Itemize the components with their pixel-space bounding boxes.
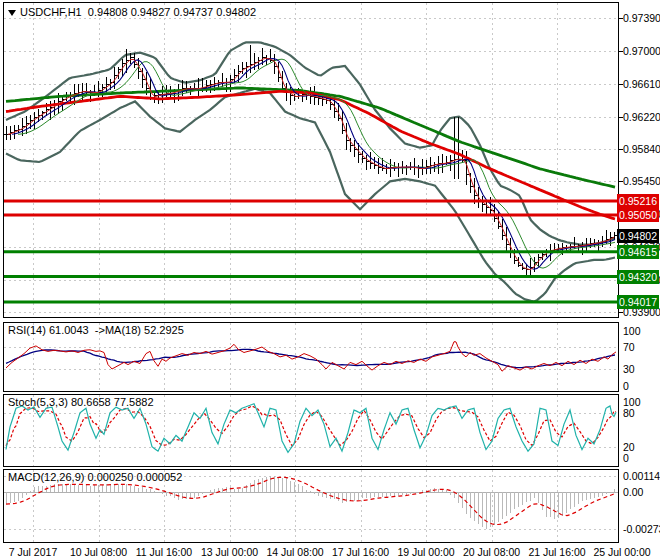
chart-title: USDCHF,H1 0.94808 0.94827 0.94737 0.9480… xyxy=(20,6,256,18)
price-tick-0.95840: 0.95840 xyxy=(623,143,660,155)
time-tick: 17 Jul 16:00 xyxy=(332,546,389,558)
price-tick-0.97390: 0.97390 xyxy=(623,12,660,24)
level-price-label-0.95050: 0.95050 xyxy=(617,208,659,222)
trading-chart-window: USDCHF,H1 0.94808 0.94827 0.94737 0.9480… xyxy=(0,0,660,560)
macd-tick-0.001145: 0.001145 xyxy=(623,470,660,482)
stoch-tick-100: 100 xyxy=(623,396,641,408)
stoch-tick-0: 0 xyxy=(623,452,629,464)
level-price-label-0.94017: 0.94017 xyxy=(617,295,659,309)
macd-indicator-label: MACD(12,26,9) 0.000250 0.000052 xyxy=(8,471,182,483)
rsi-indicator-label: RSI(14) 61.0043 ->MA(18) 52.2925 xyxy=(8,324,184,336)
rsi-tick-100: 100 xyxy=(623,325,641,337)
time-tick: 13 Jul 00:00 xyxy=(201,546,258,558)
stoch-tick-20: 20 xyxy=(623,441,635,453)
time-tick: 11 Jul 16:00 xyxy=(136,546,192,558)
macd-tick--0.002731: -0.002731 xyxy=(623,523,660,535)
price-tick-0.95450: 0.95450 xyxy=(623,175,660,187)
price-tick-0.97000: 0.97000 xyxy=(623,45,660,57)
price-tick-0.96610: 0.96610 xyxy=(623,78,660,90)
rsi-tick-70: 70 xyxy=(623,341,635,353)
stoch-indicator-label: Stoch(5,3,3) 80.6658 77.5882 xyxy=(8,396,154,408)
time-tick: 14 Jul 08:00 xyxy=(266,546,323,558)
time-tick: 10 Jul 08:00 xyxy=(70,546,127,558)
level-price-label-0.94320: 0.94320 xyxy=(617,270,659,284)
time-tick: 21 Jul 16:00 xyxy=(528,546,585,558)
price-tick-0.96220: 0.96220 xyxy=(623,111,660,123)
rsi-tick-30: 30 xyxy=(623,363,635,375)
time-tick: 19 Jul 00:00 xyxy=(397,546,454,558)
level-price-label-0.95216: 0.95216 xyxy=(617,194,659,208)
current-price-label: 0.94802 xyxy=(617,229,659,243)
time-tick: 25 Jul 00:00 xyxy=(593,546,650,558)
time-tick: 7 Jul 2017 xyxy=(9,546,57,558)
macd-tick-0.00: 0.00 xyxy=(623,486,643,498)
time-tick: 20 Jul 08:00 xyxy=(463,546,520,558)
stoch-tick-80: 80 xyxy=(623,407,635,419)
level-price-label-0.94615: 0.94615 xyxy=(617,245,659,259)
symbol-dropdown-icon[interactable] xyxy=(8,10,16,16)
rsi-tick-0: 0 xyxy=(623,380,629,392)
